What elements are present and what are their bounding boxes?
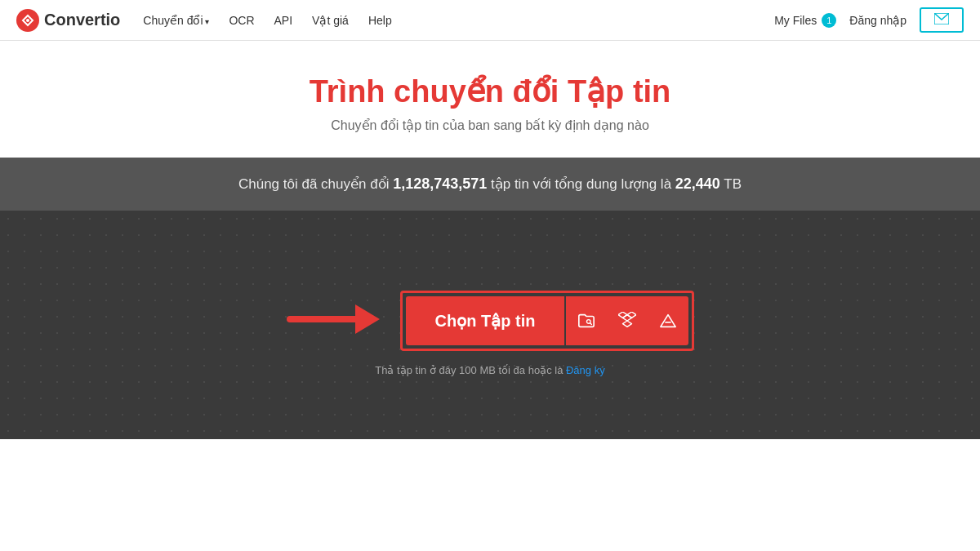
logo-text: Convertio [44,11,120,29]
svg-line-5 [590,322,592,324]
stats-prefix: Chúng tôi đã chuyển đổi [238,176,393,192]
my-files-label: My Files [774,14,817,27]
svg-marker-7 [618,312,627,318]
stats-section: Chúng tôi đã chuyển đổi 1,128,743,571 tậ… [0,158,980,211]
dropbox-button[interactable] [607,300,648,341]
upload-note: Thả tập tin ở đây 100 MB tối đa hoặc là … [375,364,604,376]
choose-file-button[interactable]: Chọn Tập tin [406,296,565,345]
stats-middle: tập tin với tổng dung lượng là [487,176,675,192]
logo-icon [16,9,39,32]
hero-title: Trình chuyển đổi Tập tin [16,73,964,109]
stats-unit: TB [720,176,742,192]
nav-links: Chuyển đổi OCR API Vật giá Help [143,14,751,27]
my-files-button[interactable]: My Files 1 [774,13,836,28]
svg-point-0 [26,19,29,22]
navbar: Convertio Chuyển đổi OCR API Vật giá Hel… [0,0,980,41]
upload-note-text: Thả tập tin ở đây 100 MB tối đa hoặc là [375,364,566,376]
hero-section: Trình chuyển đổi Tập tin Chuyển đổi tập … [0,41,980,158]
nav-right: My Files 1 Đăng nhập [774,7,964,33]
google-drive-icon [659,312,677,330]
nav-link-convert[interactable]: Chuyển đổi [143,14,209,27]
upload-section: Chọn Tập tin [0,211,980,439]
signup-button[interactable] [920,7,964,33]
hero-subtitle: Chuyển đổi tập tin của ban sang bất kỳ đ… [16,118,964,133]
nav-link-pricing[interactable]: Vật giá [312,14,349,27]
nav-link-ocr[interactable]: OCR [229,14,254,27]
folder-link-icon [577,312,595,330]
nav-link-api[interactable]: API [274,14,293,27]
url-import-button[interactable] [566,300,607,341]
dropbox-icon [618,312,636,330]
stats-text: Chúng tôi đã chuyển đổi 1,128,743,571 tậ… [33,176,947,193]
icon-buttons-group [566,296,688,345]
login-button[interactable]: Đăng nhập [849,14,906,27]
arrow-container [286,295,384,347]
nav-link-help[interactable]: Help [368,14,392,27]
upload-highlight-box: Chọn Tập tin [400,291,695,351]
logo[interactable]: Convertio [16,9,120,32]
stats-count: 1,128,743,571 [393,176,487,192]
upload-row: Chọn Tập tin [286,291,695,351]
stats-size: 22,440 [675,176,720,192]
svg-marker-8 [627,312,636,318]
svg-marker-3 [355,304,380,334]
files-badge: 1 [822,13,836,28]
google-drive-button[interactable] [648,300,688,341]
arrow-icon [286,295,384,344]
signup-link[interactable]: Đăng ký [566,364,605,376]
